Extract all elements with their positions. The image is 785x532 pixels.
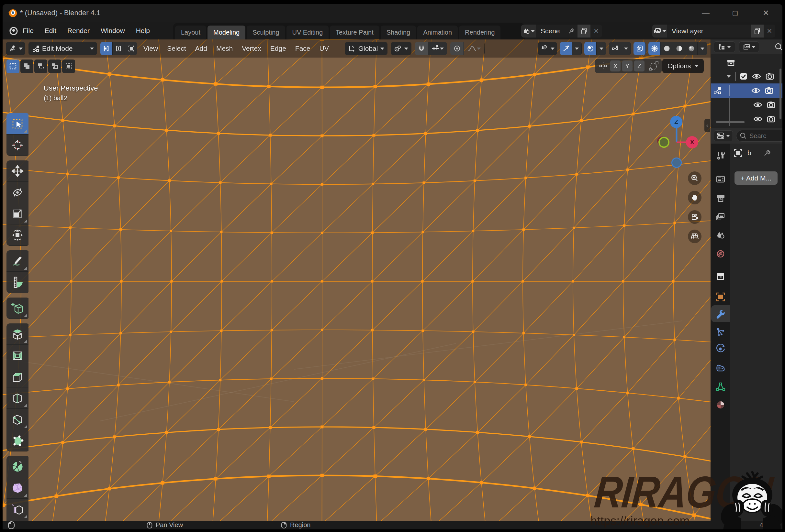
tool-bevel[interactable] [6, 366, 28, 388]
eye-icon[interactable] [752, 73, 761, 80]
show-gizmo-dropdown[interactable] [538, 42, 557, 55]
outliner-vertical-scrollbar[interactable] [780, 69, 781, 119]
overlays-dropdown[interactable] [597, 42, 606, 55]
mode-dropdown[interactable]: Edit Mode [28, 42, 97, 55]
select-new-button[interactable] [6, 59, 20, 73]
menu-mesh[interactable]: Mesh [213, 45, 236, 52]
material-shading-button[interactable] [673, 42, 685, 55]
mirror-y-toggle[interactable]: Y [622, 60, 633, 72]
transform-orientation-dropdown[interactable]: Global [345, 42, 388, 55]
perspective-toggle-button[interactable] [688, 230, 702, 243]
tool-rotate[interactable] [6, 182, 28, 203]
gizmo-z-axis[interactable]: Z [670, 116, 682, 128]
select-intersect-button[interactable] [62, 59, 75, 73]
tab-rendering[interactable]: Rendering [459, 26, 501, 39]
tab-scene[interactable] [711, 227, 730, 244]
tab-layout[interactable]: Layout [175, 26, 206, 39]
tool-loop-cut[interactable] [6, 388, 28, 409]
properties-search-box[interactable] [736, 130, 782, 142]
menu-view[interactable]: View [141, 45, 161, 52]
pivot-point-dropdown[interactable] [391, 42, 411, 55]
checkbox-checked-icon[interactable] [740, 73, 748, 80]
tool-settings-dropdown[interactable] [6, 42, 25, 55]
solid-shading-button[interactable] [661, 42, 673, 55]
tab-constraints[interactable] [711, 360, 730, 376]
tab-physics[interactable] [711, 340, 730, 357]
scene-name[interactable]: Scene [536, 27, 568, 35]
mesh-edit-overlays-button[interactable] [609, 42, 621, 55]
eye-icon[interactable] [751, 87, 760, 94]
mirror-z-toggle[interactable]: Z [634, 60, 644, 72]
tool-cursor[interactable] [6, 135, 28, 156]
tab-object[interactable] [711, 289, 730, 305]
tool-select-box[interactable] [6, 113, 28, 135]
rendered-shading-button[interactable] [685, 42, 698, 55]
mesh-overlay-dropdown[interactable] [621, 42, 631, 55]
outliner-child-row[interactable] [711, 98, 782, 112]
tab-object-data[interactable] [711, 378, 730, 395]
properties-editor-type-dropdown[interactable] [714, 130, 733, 141]
expand-chevron-icon[interactable] [727, 75, 731, 78]
face-select-button[interactable] [125, 42, 137, 55]
outliner-filter-dropdown[interactable] [739, 42, 759, 52]
camera-view-button[interactable] [688, 210, 702, 224]
menu-uv[interactable]: UV [316, 45, 332, 52]
zoom-button[interactable] [688, 171, 702, 185]
tab-sculpting[interactable]: Sculpting [247, 26, 285, 39]
outliner-active-object-row[interactable] [711, 83, 782, 98]
search-icon[interactable] [775, 43, 782, 51]
tool-inset-faces[interactable] [6, 345, 28, 366]
select-extend-button[interactable] [20, 59, 33, 73]
scene-copy-button[interactable] [578, 25, 590, 37]
tab-material[interactable] [711, 397, 730, 413]
tool-transform[interactable] [6, 224, 28, 246]
shading-dropdown[interactable] [698, 42, 707, 55]
tab-modifiers[interactable] [711, 305, 730, 322]
object-name[interactable]: b [748, 149, 751, 157]
mirror-x-toggle[interactable]: X [610, 60, 621, 72]
maximize-button[interactable]: ▢ [730, 8, 740, 18]
sidebar-collapse-handle[interactable]: ‹ [704, 119, 710, 132]
tab-animation[interactable]: Animation [417, 26, 458, 39]
proportional-edit-toggle[interactable] [450, 42, 464, 55]
tab-shading[interactable]: Shading [381, 26, 416, 39]
mesh-wireframe[interactable] [3, 39, 711, 521]
gizmos-dropdown[interactable] [572, 42, 582, 55]
tab-modeling[interactable]: Modeling [207, 26, 245, 39]
camera-icon[interactable] [765, 73, 774, 80]
tab-collection[interactable] [711, 268, 730, 285]
tab-render[interactable] [711, 171, 730, 188]
menu-edit[interactable]: Edit [45, 27, 56, 35]
menu-face[interactable]: Face [292, 45, 313, 52]
tab-view-layer[interactable] [711, 208, 730, 225]
pin-icon[interactable] [764, 149, 771, 157]
minimize-button[interactable]: — [701, 8, 711, 18]
viewlayer-copy-button[interactable] [751, 25, 764, 37]
gizmo-y-axis[interactable] [658, 137, 669, 148]
tool-annotate[interactable] [6, 250, 28, 272]
tab-particles[interactable] [711, 323, 730, 340]
camera-icon[interactable] [767, 101, 775, 109]
falloff-dropdown[interactable] [464, 42, 485, 55]
menu-edge[interactable]: Edge [268, 45, 289, 52]
menu-vertex[interactable]: Vertex [239, 45, 264, 52]
wireframe-shading-button[interactable] [649, 42, 661, 55]
search-input[interactable] [750, 132, 779, 140]
tool-move[interactable] [6, 160, 28, 182]
xray-toggle[interactable] [633, 42, 646, 55]
menu-render[interactable]: Render [67, 27, 90, 35]
tool-poly-build[interactable] [6, 430, 28, 451]
viewlayer-remove-button[interactable]: ✕ [764, 25, 775, 37]
tool-add-cube[interactable] [6, 297, 28, 319]
tool-spin[interactable] [6, 456, 28, 477]
tool-measure[interactable] [6, 272, 28, 293]
tool-extrude-region[interactable] [6, 323, 28, 345]
viewlayer-browse-button[interactable] [652, 25, 667, 37]
outliner-child-row[interactable] [711, 112, 782, 126]
tab-uv-editing[interactable]: UV Editing [286, 26, 329, 39]
menu-file[interactable]: File [23, 27, 34, 35]
tool-edge-slide[interactable] [6, 499, 28, 520]
tab-world[interactable] [711, 245, 730, 262]
menu-window[interactable]: Window [101, 27, 125, 35]
viewlayer-name[interactable]: ViewLayer [667, 27, 751, 35]
